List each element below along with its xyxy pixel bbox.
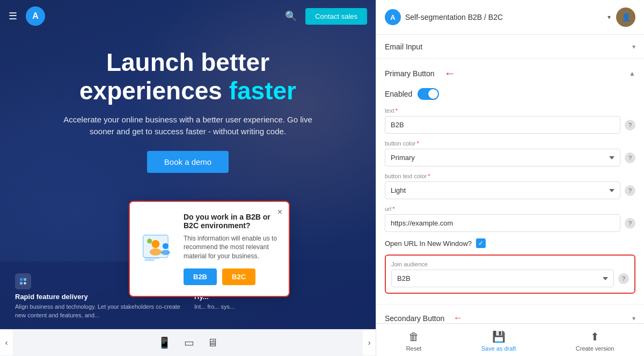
- reset-icon: 🗑: [408, 331, 419, 343]
- popup-close-icon[interactable]: ×: [277, 207, 282, 217]
- text-input[interactable]: [385, 116, 620, 134]
- nav-next-button[interactable]: ›: [363, 330, 376, 355]
- url-help-icon[interactable]: ?: [625, 218, 635, 229]
- save-label: Save as draft: [481, 345, 516, 352]
- join-audience-select[interactable]: B2B B2C None: [391, 270, 614, 287]
- feature-icon-1: [15, 273, 31, 289]
- secondary-button-arrow-icon: ←: [453, 313, 463, 323]
- join-audience-row: B2B B2C None ?: [391, 270, 629, 287]
- svg-rect-10: [24, 278, 26, 281]
- text-help-icon[interactable]: ?: [625, 120, 635, 130]
- right-settings-panel: A Self-segmentation B2B / B2C ▾ 👤 Email …: [376, 0, 644, 356]
- secondary-button-section[interactable]: Secondary Button ← ▾: [376, 305, 644, 323]
- url-field-group: url * ?: [385, 206, 635, 232]
- text-field-row: ?: [385, 116, 635, 134]
- button-color-field-group: button color * Primary Secondary Warning…: [385, 140, 635, 166]
- popup-body: Do you work in a B2B or B2C environment?…: [184, 213, 278, 285]
- primary-button-header-left: Primary Button ←: [385, 67, 456, 81]
- logo: A: [26, 6, 45, 26]
- svg-point-2: [150, 249, 162, 256]
- primary-button-chevron: ▲: [629, 70, 635, 77]
- feature-desc-2: Int... fro... sys...: [194, 303, 361, 311]
- primary-button-header[interactable]: Primary Button ← ▲: [376, 59, 644, 88]
- popup-b2b-button[interactable]: B2B: [184, 268, 217, 285]
- button-text-color-help-icon[interactable]: ?: [625, 185, 635, 196]
- text-field-group: text * ?: [385, 107, 635, 134]
- tablet-icon[interactable]: ▭: [184, 336, 194, 349]
- button-text-color-row: Light Dark ?: [385, 181, 635, 199]
- popup-icon-area: [141, 230, 178, 267]
- right-panel-title: Self-segmentation B2B / B2C: [405, 13, 503, 21]
- navbar: ☰ A 🔍 Contact sales: [0, 0, 376, 32]
- popup-b2c-button[interactable]: B2C: [222, 268, 255, 285]
- hero-title-faster: faster: [229, 77, 296, 105]
- join-audience-box: Join audience B2B B2C None ?: [385, 255, 635, 294]
- primary-button-arrow-icon: ←: [444, 67, 456, 81]
- segmentation-icon: [141, 230, 175, 265]
- email-input-chevron: ▾: [632, 43, 635, 50]
- url-field-row: ?: [385, 214, 635, 232]
- svg-rect-5: [144, 258, 159, 259]
- svg-point-1: [151, 240, 159, 248]
- enabled-toggle[interactable]: [418, 88, 439, 100]
- svg-rect-6: [144, 260, 155, 261]
- reset-label: Reset: [406, 345, 422, 352]
- left-preview-panel: ☰ A 🔍 Contact sales Launch better experi…: [0, 0, 376, 356]
- desktop-icon[interactable]: 🖥: [207, 337, 218, 349]
- button-color-row: Primary Secondary Warning Danger ?: [385, 149, 635, 166]
- secondary-button-label: Secondary Button: [385, 314, 444, 323]
- primary-button-content: Enabled text * ?: [376, 88, 644, 304]
- save-draft-button[interactable]: 💾 Save as draft: [481, 330, 516, 352]
- nav-prev-button[interactable]: ‹: [0, 330, 13, 355]
- popup-title: Do you work in a B2B or B2C environment?: [184, 213, 278, 230]
- button-color-help-icon[interactable]: ?: [625, 152, 635, 163]
- primary-button-section: Primary Button ← ▲ Enabled text *: [376, 59, 644, 305]
- hamburger-icon[interactable]: ☰: [9, 10, 17, 22]
- button-color-required-star: *: [416, 140, 419, 147]
- text-required-star: *: [396, 107, 398, 114]
- right-panel-logo: A: [385, 9, 401, 25]
- open-url-label: Open URL In New Window?: [385, 239, 472, 248]
- reset-button[interactable]: 🗑 Reset: [406, 331, 422, 352]
- text-field-label: text *: [385, 107, 635, 114]
- create-version-label: Create version: [576, 345, 614, 352]
- create-version-button[interactable]: ⬆ Create version: [576, 330, 614, 352]
- svg-rect-8: [20, 278, 23, 281]
- button-text-color-field-group: button text color * Light Dark ?: [385, 173, 635, 199]
- hero-title-line2: experiences: [79, 77, 222, 105]
- search-icon[interactable]: 🔍: [285, 10, 297, 22]
- popup-buttons: B2B B2C: [184, 268, 278, 285]
- bottom-toolbar: 🗑 Reset 💾 Save as draft ⬆ Create version: [376, 323, 644, 356]
- svg-point-4: [161, 250, 170, 255]
- feature-desc-1: Align business and technology. Let your …: [15, 303, 181, 319]
- user-avatar: 👤: [616, 8, 635, 27]
- url-label: url *: [385, 206, 635, 212]
- hero-title: Launch better experiences faster: [21, 48, 354, 105]
- header-chevron-icon[interactable]: ▾: [608, 13, 611, 21]
- contact-sales-button[interactable]: Contact sales: [305, 8, 367, 25]
- open-url-checkbox[interactable]: ✓: [476, 238, 486, 248]
- svg-point-7: [147, 239, 152, 244]
- enabled-label: Enabled: [385, 90, 412, 98]
- hero-subtitle: Accelerate your online business with a b…: [54, 114, 322, 138]
- url-input[interactable]: [385, 214, 620, 232]
- svg-point-3: [163, 243, 169, 249]
- button-text-color-required-star: *: [428, 173, 430, 179]
- hero-content: Launch better experiences faster Acceler…: [0, 32, 376, 184]
- join-audience-label: Join audience: [391, 261, 629, 267]
- button-text-color-select[interactable]: Light Dark: [385, 181, 620, 199]
- secondary-button-chevron: ▾: [632, 315, 635, 322]
- join-audience-help-icon[interactable]: ?: [618, 273, 629, 284]
- mobile-icon[interactable]: 📱: [158, 336, 171, 349]
- email-input-section[interactable]: Email Input ▾: [376, 35, 644, 59]
- book-demo-button[interactable]: Book a demo: [147, 151, 229, 173]
- settings-content: Email Input ▾ Primary Button ← ▲ Enabled: [376, 35, 644, 323]
- button-text-color-label: button text color *: [385, 173, 635, 179]
- right-panel-header: A Self-segmentation B2B / B2C ▾ 👤: [376, 0, 644, 35]
- enabled-row: Enabled: [385, 88, 635, 100]
- segmentation-popup: × Do you work in a B2B or B2C environmen…: [129, 201, 290, 297]
- bottom-nav: ‹ 📱 ▭ 🖥 ›: [0, 329, 376, 356]
- button-color-select[interactable]: Primary Secondary Warning Danger: [385, 149, 620, 166]
- button-color-label: button color *: [385, 140, 635, 147]
- popup-description: This information will enable us to recom…: [184, 234, 278, 261]
